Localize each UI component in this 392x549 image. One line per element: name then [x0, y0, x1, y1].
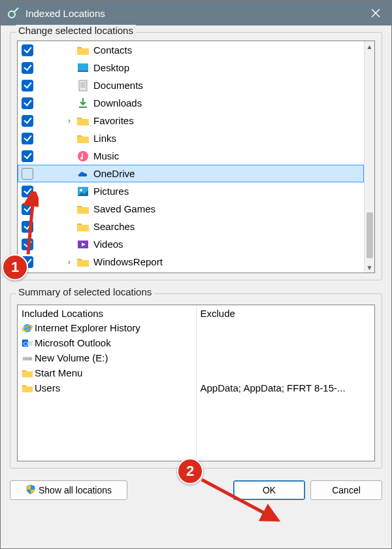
- tree-item-label: Documents: [93, 80, 143, 91]
- included-location[interactable]: Start Menu: [22, 365, 192, 380]
- checkbox[interactable]: [22, 115, 33, 127]
- tree-item[interactable]: Music: [18, 147, 364, 165]
- svg-point-11: [78, 151, 88, 161]
- included-location[interactable]: New Volume (E:): [22, 350, 192, 365]
- tree-item[interactable]: Saved Games: [18, 200, 364, 218]
- checkbox[interactable]: [22, 62, 33, 74]
- exclude-entry: [201, 365, 371, 380]
- chevron-right-icon[interactable]: ›: [65, 116, 74, 125]
- tree-item-label: OneDrive: [93, 168, 135, 179]
- svg-rect-5: [78, 71, 88, 72]
- ie-icon: [22, 322, 33, 334]
- tree-item[interactable]: ›WindowsReport: [18, 253, 364, 271]
- svg-line-24: [202, 480, 272, 517]
- svg-line-23: [28, 197, 33, 254]
- svg-rect-4: [78, 63, 88, 71]
- app-icon: [7, 7, 20, 20]
- checkbox[interactable]: [22, 150, 33, 162]
- group-label: Summary of selected locations: [16, 286, 154, 297]
- summary-group: Summary of selected locations Included L…: [10, 293, 382, 469]
- outlook-icon: O: [22, 337, 33, 349]
- tree-item[interactable]: Searches: [18, 218, 364, 235]
- svg-point-12: [80, 157, 83, 159]
- annotation-step-2: 2: [177, 458, 203, 484]
- checkbox[interactable]: [22, 97, 33, 109]
- scroll-thumb[interactable]: [367, 212, 373, 258]
- scrollbar[interactable]: ▲ ▼: [364, 41, 374, 273]
- svg-line-1: [14, 8, 18, 12]
- tree-item[interactable]: Desktop: [18, 59, 364, 76]
- tree-item-label: Searches: [93, 221, 135, 232]
- folder-icon: [22, 367, 33, 379]
- window-title: Indexed Locations: [25, 8, 105, 19]
- tree-item-label: WindowsReport: [93, 256, 163, 267]
- tree-item[interactable]: Downloads: [18, 94, 364, 112]
- svg-point-0: [8, 11, 15, 18]
- tree-item[interactable]: Pictures: [18, 182, 364, 200]
- tree-item[interactable]: Documents: [18, 76, 364, 94]
- change-locations-group: Change selected locations ContactsDeskto…: [10, 32, 382, 280]
- button-label: Show all locations: [39, 485, 112, 495]
- folder-icon: [22, 382, 33, 394]
- tree-item-label: Desktop: [93, 62, 129, 73]
- tree-item-label: Links: [93, 133, 116, 144]
- exclude-entry: AppData; AppData; FFRT 8-15-...: [201, 380, 371, 395]
- tree-item-label: Downloads: [93, 97, 142, 108]
- document-icon: [76, 79, 90, 92]
- folder-icon: [76, 256, 90, 269]
- scroll-down-icon[interactable]: ▼: [365, 262, 374, 273]
- included-location[interactable]: Internet Explorer History: [22, 320, 192, 335]
- item-label: Microsoft Outlook: [35, 337, 111, 348]
- checkbox[interactable]: [22, 168, 33, 180]
- desktop-icon: [76, 61, 90, 75]
- annotation-step-1: 1: [2, 254, 28, 280]
- titlebar[interactable]: Indexed Locations: [1, 1, 391, 25]
- tree-item[interactable]: Contacts: [18, 41, 364, 59]
- show-all-locations-button[interactable]: Show all locations: [10, 480, 127, 500]
- svg-point-14: [80, 189, 82, 191]
- checkbox[interactable]: [22, 44, 33, 56]
- onedrive-icon: [76, 167, 90, 180]
- summary-list: Included Locations Internet Explorer His…: [17, 305, 375, 461]
- locations-tree[interactable]: ContactsDesktopDocumentsDownloads›Favori…: [17, 41, 375, 273]
- chevron-right-icon[interactable]: ›: [65, 258, 74, 267]
- music-icon: [76, 150, 90, 163]
- checkbox[interactable]: [22, 133, 33, 144]
- item-label: Internet Explorer History: [35, 322, 140, 333]
- folder-icon: [76, 132, 90, 145]
- drive-icon: [22, 352, 33, 364]
- close-button[interactable]: [360, 1, 391, 25]
- tree-item-label: Videos: [93, 239, 123, 250]
- pictures-icon: [76, 185, 90, 198]
- tree-item-label: Contacts: [93, 44, 132, 56]
- folder-icon: [76, 44, 90, 57]
- tree-item-label: Favorites: [93, 115, 134, 126]
- checkbox[interactable]: [22, 80, 33, 92]
- button-label: Cancel: [332, 485, 361, 495]
- svg-point-22: [30, 358, 31, 359]
- svg-rect-6: [79, 80, 87, 91]
- indexed-locations-dialog: Indexed Locations Change selected locati…: [0, 0, 392, 549]
- exclude-entry: [201, 320, 371, 335]
- item-label: Start Menu: [35, 367, 82, 378]
- exclude-header: Exclude: [201, 308, 371, 319]
- download-icon: [76, 97, 90, 110]
- included-location[interactable]: OMicrosoft Outlook: [22, 335, 192, 350]
- folder-icon: [76, 203, 90, 216]
- included-location[interactable]: Users: [22, 380, 192, 395]
- svg-text:O: O: [24, 340, 28, 346]
- tree-item-label: Saved Games: [93, 203, 155, 214]
- tree-item[interactable]: Links: [18, 129, 364, 147]
- annotation-arrow-2: [197, 474, 282, 527]
- tree-item-label: Music: [93, 150, 119, 161]
- tree-item-label: Pictures: [93, 186, 129, 197]
- tree-item[interactable]: OneDrive: [18, 165, 364, 182]
- shield-icon: [25, 484, 36, 497]
- cancel-button[interactable]: Cancel: [310, 480, 382, 500]
- item-label: New Volume (E:): [35, 352, 108, 363]
- group-label: Change selected locations: [16, 25, 136, 36]
- tree-item[interactable]: Videos: [18, 235, 364, 253]
- item-label: AppData; AppData; FFRT 8-15-...: [201, 382, 346, 393]
- tree-item[interactable]: ›Favorites: [18, 112, 364, 129]
- scroll-up-icon[interactable]: ▲: [365, 41, 374, 52]
